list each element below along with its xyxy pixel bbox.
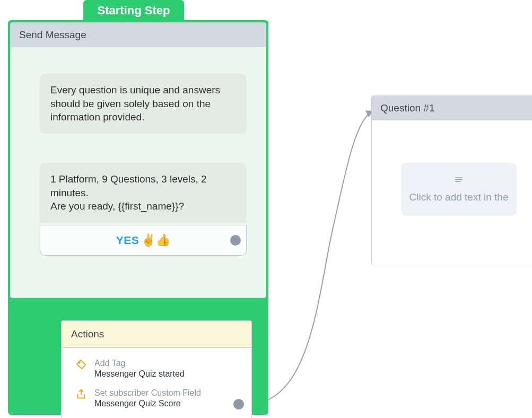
svg-point-0 — [79, 362, 80, 363]
action-label: Add Tag — [94, 359, 185, 368]
send-message-card[interactable]: Send Message Every question is unique an… — [10, 22, 266, 298]
custom-field-icon — [75, 388, 87, 400]
action-label: Set subscriber Custom Field — [94, 388, 201, 398]
add-text-placeholder[interactable]: Click to add text in the — [401, 163, 517, 216]
action-row-add-tag[interactable]: Add Tag Messenger Quiz started — [75, 359, 238, 379]
starting-step-tab: Starting Step — [83, 0, 184, 21]
tag-icon — [75, 359, 87, 370]
actions-header: Actions — [62, 321, 251, 348]
action-value: Messenger Quiz Score — [94, 399, 201, 408]
send-message-body: Every question is unique and answers sho… — [11, 47, 266, 266]
action-row-custom-field[interactable]: Set subscriber Custom Field Messenger Qu… — [75, 388, 238, 408]
action-value: Messenger Quiz started — [94, 369, 185, 379]
actions-card[interactable]: Actions Add Tag Messenger Quiz started — [61, 320, 252, 418]
starting-step-node[interactable]: Send Message Every question is unique an… — [8, 20, 268, 415]
actions-body: Add Tag Messenger Quiz started Set subsc… — [62, 348, 251, 414]
yes-button[interactable]: YES ✌👍 — [40, 225, 247, 256]
message-bubble-1[interactable]: Every question is unique and answers sho… — [40, 74, 247, 134]
question-1-header: Question #1 — [372, 96, 532, 120]
message-bubble-2[interactable]: 1 Platform, 9 Questions, 3 levels, 2 min… — [40, 163, 247, 223]
send-message-header: Send Message — [11, 23, 266, 47]
yes-button-label: YES — [116, 234, 139, 247]
text-lines-icon — [453, 176, 465, 188]
actions-output-port[interactable] — [233, 399, 244, 410]
yes-button-emoji: ✌👍 — [141, 233, 170, 247]
question-1-node[interactable]: Question #1 Click to add text in the — [371, 95, 532, 265]
flow-canvas[interactable]: Starting Step Send Message Every questio… — [0, 0, 532, 418]
yes-button-port[interactable] — [230, 235, 241, 246]
placeholder-text: Click to add text in the — [409, 191, 509, 203]
